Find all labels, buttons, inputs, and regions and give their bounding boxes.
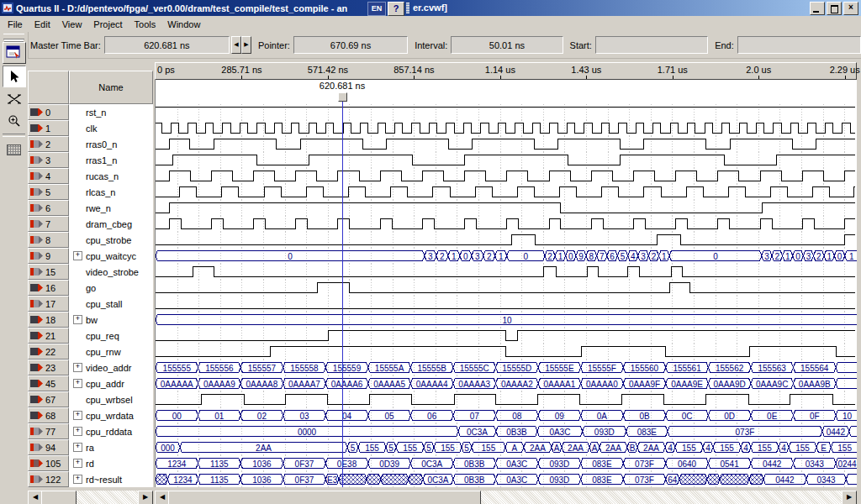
restore-button[interactable] [827, 2, 842, 15]
waveform-row-cpu_req[interactable] [156, 328, 857, 344]
waveform-row-clk[interactable] [156, 120, 857, 136]
signal-name-cell[interactable]: +video_addr [69, 360, 153, 375]
master-time-next-button[interactable]: ▶ [241, 36, 251, 54]
marker-strip[interactable] [155, 80, 857, 104]
master-time-cursor-handle[interactable] [338, 92, 347, 102]
language-bar-grip[interactable] [406, 3, 409, 13]
signal-row-cpu_wrdata[interactable]: 68+cpu_wrdata [28, 407, 153, 423]
signal-number-cell[interactable]: 105 [28, 455, 69, 471]
waveform-row-cpu_stall[interactable] [156, 296, 857, 312]
signal-name-cell[interactable]: go [69, 280, 153, 296]
signal-row-rras0_n[interactable]: 2rras0_n [28, 136, 153, 152]
signal-number-cell[interactable]: 16 [28, 280, 69, 296]
signal-row-cpu_rnw[interactable]: 22cpu_rnw [28, 344, 153, 360]
signal-name-cell[interactable]: +bw [69, 312, 153, 328]
expand-group-button[interactable]: + [73, 411, 82, 420]
signal-row-ra[interactable]: 94+ra [28, 439, 153, 455]
expand-group-button[interactable]: + [73, 363, 82, 372]
signal-number-cell[interactable]: 6 [28, 200, 69, 216]
waveform-row-cpu_strobe[interactable] [156, 232, 857, 248]
signal-row-cpu_wrbsel[interactable]: 67cpu_wrbsel [28, 391, 153, 407]
signal-row-video_strobe[interactable]: 15video_strobe [28, 264, 153, 280]
signal-number-cell[interactable]: 2 [28, 136, 69, 152]
language-badge[interactable]: EN [367, 2, 386, 16]
signal-row-rst_n[interactable]: 0rst_n [28, 104, 153, 120]
help-icon[interactable]: ? [388, 2, 404, 16]
signal-name-cell[interactable]: +cpu_addr [69, 375, 153, 391]
signal-number-cell[interactable]: 45 [28, 375, 69, 391]
menu-project[interactable]: Project [88, 18, 127, 31]
expand-group-button[interactable]: + [73, 315, 82, 324]
signal-row-go[interactable]: 16go [28, 280, 153, 296]
signal-number-cell[interactable]: 7 [28, 216, 69, 232]
waveform-row-cpu_rnw[interactable] [156, 344, 857, 360]
waveform-row-video_strobe[interactable] [156, 264, 857, 280]
waveform-row-cpu_waitcyc[interactable]: 0321032102109876543210321032101 [156, 248, 857, 264]
signal-number-cell[interactable]: 77 [28, 423, 69, 439]
signal-row-cpu_stall[interactable]: 17cpu_stall [28, 296, 153, 312]
minimize-button[interactable] [810, 2, 825, 15]
signal-name-cell[interactable]: +rd [69, 455, 153, 471]
signal-row-video_addr[interactable]: 23+video_addr [28, 360, 153, 375]
waveform-scrollbar[interactable]: ◀ ▶ [155, 491, 857, 504]
signal-number-cell[interactable]: 21 [28, 328, 69, 344]
name-panel-scrollbar[interactable]: ◀ ▶ [28, 491, 153, 504]
signal-row-cpu_addr[interactable]: 45+cpu_addr [28, 375, 153, 391]
waveform-row-rucas_n[interactable] [156, 168, 857, 184]
signal-row-rucas_n[interactable]: 4rucas_n [28, 168, 153, 184]
waveform-row-rlcas_n[interactable] [156, 184, 857, 200]
signal-row-rlcas_n[interactable]: 5rlcas_n [28, 184, 153, 200]
waveform-row-go[interactable] [156, 280, 857, 296]
signal-row-rd~result[interactable]: 122+rd~result [28, 471, 153, 487]
waveform-row-rst_n[interactable] [156, 104, 857, 120]
signal-number-cell[interactable]: 0 [28, 104, 69, 120]
signal-name-cell[interactable]: rucas_n [69, 168, 153, 184]
scroll-right-button[interactable]: ▶ [138, 491, 153, 504]
signal-name-cell[interactable]: rst_n [69, 104, 153, 120]
signal-number-cell[interactable]: 8 [28, 232, 69, 248]
signal-number-cell[interactable]: 67 [28, 391, 69, 407]
signal-row-rd[interactable]: 105+rd [28, 455, 153, 471]
waveform-row-ra[interactable]: 0002AA5155515551555155A2AAA2AAA2AAB2AA41… [156, 439, 857, 455]
master-time-field[interactable]: 620.681 ns [104, 36, 230, 54]
signal-number-cell[interactable]: 3 [28, 152, 69, 168]
signal-number-cell[interactable]: 22 [28, 344, 69, 360]
signal-number-cell[interactable]: 122 [28, 471, 69, 487]
signal-row-cpu_waitcyc[interactable]: 9+cpu_waitcyc [28, 248, 153, 264]
signal-row-dram_cbeg[interactable]: 7dram_cbeg [28, 216, 153, 232]
signal-number-cell[interactable]: 94 [28, 439, 69, 455]
waveform-row-cpu_wrdata[interactable]: 000102030405060708090A0B0C0D0E0F10 [156, 407, 857, 423]
waveform-row-rd~result[interactable]: 1234113510360F37E30C3A0B3B0A3C093D083E07… [156, 471, 857, 487]
signal-number-cell[interactable]: 15 [28, 264, 69, 280]
grid-view-button[interactable] [3, 139, 25, 160]
signal-name-cell[interactable]: rras0_n [69, 136, 153, 152]
menu-edit[interactable]: Edit [29, 18, 55, 31]
signal-name-cell[interactable]: +cpu_waitcyc [69, 248, 153, 264]
signal-number-cell[interactable]: 23 [28, 360, 69, 375]
select-tool-button[interactable] [3, 66, 26, 87]
scroll-right-button[interactable]: ▶ [842, 491, 857, 504]
scrollbar-thumb[interactable] [41, 491, 77, 504]
signal-name-cell[interactable]: rlcas_n [69, 184, 153, 200]
menu-file[interactable]: File [3, 18, 28, 31]
signal-number-cell[interactable]: 5 [28, 184, 69, 200]
signal-row-clk[interactable]: 1clk [28, 120, 153, 136]
end-field[interactable] [737, 36, 861, 54]
start-field[interactable] [595, 36, 708, 54]
split-tool-button[interactable] [3, 89, 25, 109]
signal-number-cell[interactable]: 18 [28, 312, 69, 328]
expand-group-button[interactable]: + [73, 427, 82, 436]
signal-number-cell[interactable]: 68 [28, 407, 69, 423]
waveform-row-rwe_n[interactable] [156, 200, 857, 216]
scrollbar-thumb[interactable] [168, 491, 481, 504]
close-button[interactable]: × [843, 2, 858, 15]
waveform-row-rd[interactable]: 1234113510360F370E380D390C3A0B3B0A3C093D… [156, 455, 857, 471]
toolbar-grip[interactable] [3, 34, 24, 39]
menu-tools[interactable]: Tools [129, 18, 161, 31]
signal-name-cell[interactable]: cpu_wrbsel [69, 391, 153, 407]
menu-view[interactable]: View [57, 18, 87, 31]
signal-name-cell[interactable]: clk [69, 120, 153, 136]
signal-row-rwe_n[interactable]: 6rwe_n [28, 200, 153, 216]
expand-group-button[interactable]: + [73, 443, 82, 452]
signal-name-cell[interactable]: +cpu_rddata [69, 423, 153, 439]
